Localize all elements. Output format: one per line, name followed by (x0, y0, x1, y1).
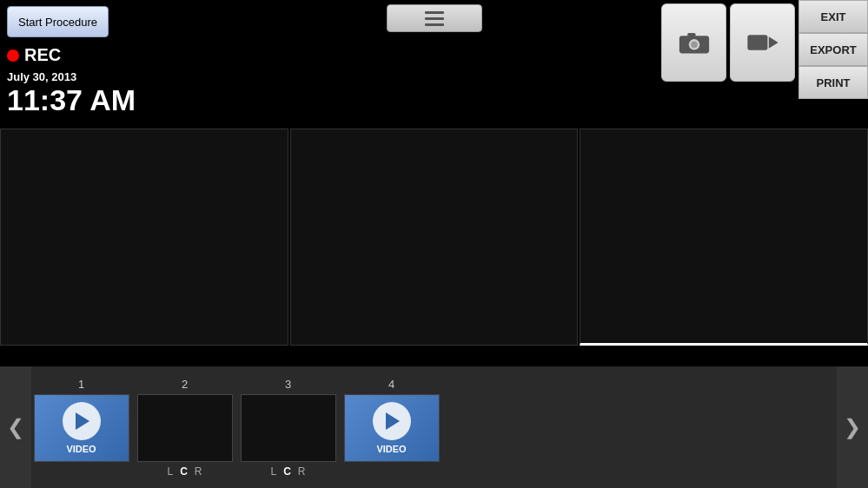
print-button[interactable]: PRINT (798, 66, 868, 99)
right-action-buttons: EXIT EXPORT PRINT (798, 0, 868, 99)
export-button[interactable]: EXPORT (798, 33, 868, 66)
date-display: July 30, 2013 (7, 70, 136, 83)
lcr-r-2: R (195, 465, 202, 478)
play-triangle-4 (386, 412, 400, 430)
rec-area: REC July 30, 2013 11:37 AM (7, 45, 136, 115)
thumbnails-container: 1 VIDEO 2 L C R 3 (31, 371, 837, 485)
rec-text: REC (24, 45, 61, 65)
snapshot-button[interactable] (661, 3, 726, 82)
svg-point-2 (691, 41, 698, 48)
prev-button[interactable]: ❮ (0, 366, 31, 488)
play-circle-1 (63, 402, 101, 440)
thumbnail-item-3: 3 L C R (238, 378, 338, 478)
start-procedure-button[interactable]: Start Procedure (7, 6, 109, 37)
lcr-c-3: C (283, 465, 291, 478)
menu-button[interactable] (387, 4, 482, 32)
time-display: 11:37 AM (7, 85, 136, 115)
thumb-box-4[interactable]: VIDEO (344, 394, 440, 462)
main-video-area (0, 129, 868, 346)
thumbnail-strip: ❮ 1 VIDEO 2 L C R (0, 366, 868, 488)
thumbnail-item-4: 4 VIDEO (341, 378, 441, 462)
svg-rect-4 (747, 35, 767, 50)
thumb-lcr-3: L C R (270, 465, 305, 478)
video-play-1: VIDEO (63, 402, 101, 454)
menu-icon (425, 11, 444, 26)
video-panel-2 (290, 129, 579, 346)
next-button[interactable]: ❯ (837, 366, 868, 488)
video-label-4: VIDEO (376, 444, 406, 454)
video-play-4: VIDEO (373, 402, 411, 454)
thumb-number-4: 4 (341, 378, 441, 391)
play-triangle-1 (76, 412, 89, 430)
svg-rect-3 (687, 33, 695, 36)
lcr-r-3: R (298, 465, 306, 478)
video-camera-icon (746, 30, 779, 55)
camera-icon (678, 30, 711, 55)
play-circle-4 (373, 402, 411, 440)
rec-dot (7, 49, 19, 62)
thumb-number-3: 3 (238, 378, 338, 391)
rec-indicator: REC (7, 45, 136, 65)
camera-video-buttons (658, 0, 798, 85)
video-record-button[interactable] (730, 3, 795, 82)
thumb-box-2[interactable] (137, 394, 233, 462)
thumb-box-3[interactable] (241, 394, 336, 462)
thumb-lcr-2: L C R (167, 465, 202, 478)
lcr-c-2: C (180, 465, 188, 478)
thumbnail-item-1: 1 VIDEO (31, 378, 131, 462)
thumbnail-item-2: 2 L C R (135, 378, 235, 478)
thumb-box-1[interactable]: VIDEO (34, 394, 129, 462)
lcr-l-2: L (167, 465, 173, 478)
svg-marker-5 (768, 36, 778, 49)
video-panel-3 (580, 129, 868, 346)
video-panel-1 (0, 129, 288, 346)
thumb-number-1: 1 (31, 378, 131, 391)
video-label-1: VIDEO (66, 444, 96, 454)
exit-button[interactable]: EXIT (798, 0, 868, 33)
lcr-l-3: L (270, 465, 276, 478)
thumb-number-2: 2 (135, 378, 235, 391)
